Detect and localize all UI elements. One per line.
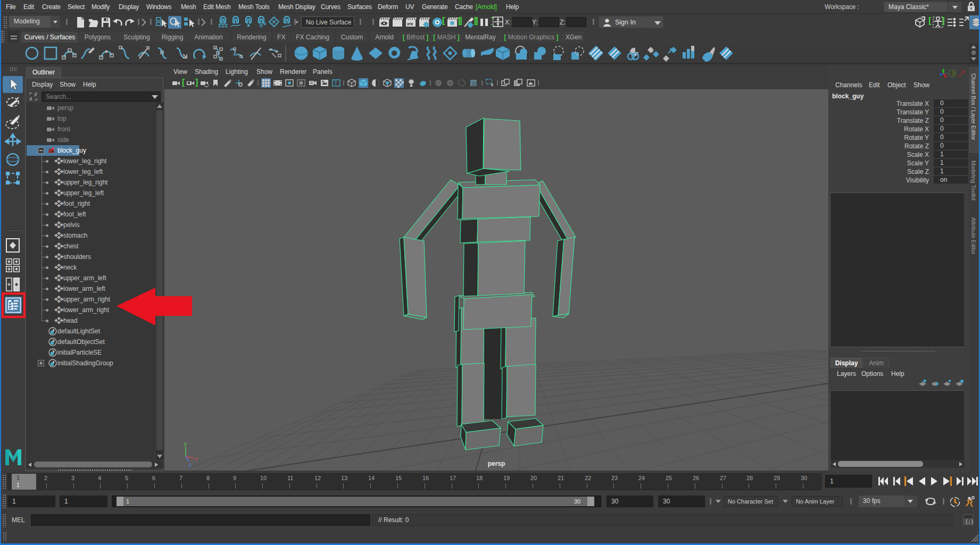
svg-text:IPR: IPR — [407, 22, 413, 26]
svg-text:{;}: {;} — [965, 519, 974, 525]
svg-text:y: y — [184, 440, 187, 447]
svg-text:T: T — [334, 80, 337, 86]
